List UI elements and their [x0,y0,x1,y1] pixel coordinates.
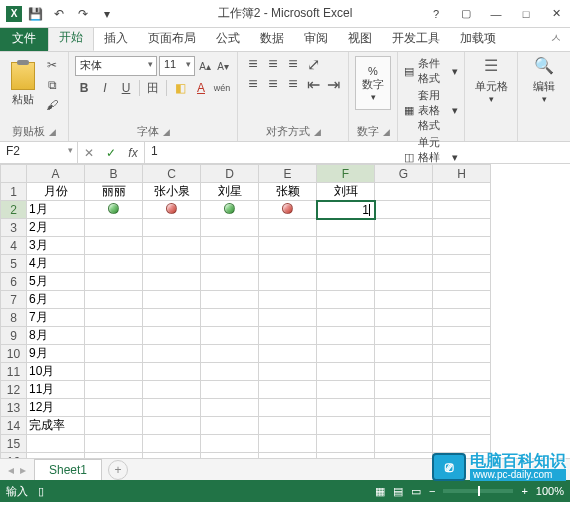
row-header-12[interactable]: 12 [1,381,27,399]
cell-B10[interactable] [85,345,143,363]
cell-H13[interactable] [433,399,491,417]
column-header-F[interactable]: F [317,165,375,183]
cell-H4[interactable] [433,237,491,255]
column-header-G[interactable]: G [375,165,433,183]
border-button[interactable]: 田 [144,79,162,97]
cell-B13[interactable] [85,399,143,417]
cell-F6[interactable] [317,273,375,291]
cell-D2[interactable] [201,201,259,219]
number-format-button[interactable]: % 数字 ▾ [355,56,391,110]
cut-button[interactable]: ✂ [42,56,62,74]
number-launcher[interactable]: ◢ [383,127,390,137]
cell-A11[interactable]: 10月 [27,363,85,381]
cell-E5[interactable] [259,255,317,273]
tab-formulas[interactable]: 公式 [206,26,250,51]
column-header-B[interactable]: B [85,165,143,183]
cell-B14[interactable] [85,417,143,435]
sheet-nav-prev[interactable]: ◂ [8,463,14,477]
zoom-in-button[interactable]: + [521,485,527,497]
cell-H9[interactable] [433,327,491,345]
font-color-button[interactable]: A [192,79,210,97]
cell-A3[interactable]: 2月 [27,219,85,237]
view-page-break-button[interactable]: ▭ [411,485,421,498]
row-header-3[interactable]: 3 [1,219,27,237]
cell-A15[interactable] [27,435,85,453]
align-right-button[interactable]: ≡ [284,76,302,92]
cell-A7[interactable]: 6月 [27,291,85,309]
column-header-C[interactable]: C [143,165,201,183]
cell-D5[interactable] [201,255,259,273]
row-header-14[interactable]: 14 [1,417,27,435]
cell-B8[interactable] [85,309,143,327]
cell-G13[interactable] [375,399,433,417]
cell-C5[interactable] [143,255,201,273]
cell-F12[interactable] [317,381,375,399]
tab-addins[interactable]: 加载项 [450,26,506,51]
cell-H8[interactable] [433,309,491,327]
cell-G3[interactable] [375,219,433,237]
cell-A10[interactable]: 9月 [27,345,85,363]
column-header-H[interactable]: H [433,165,491,183]
cell-E13[interactable] [259,399,317,417]
cell-H6[interactable] [433,273,491,291]
tab-insert[interactable]: 插入 [94,26,138,51]
cell-G4[interactable] [375,237,433,255]
cell-B7[interactable] [85,291,143,309]
cell-E8[interactable] [259,309,317,327]
cancel-entry-button[interactable]: ✕ [78,142,100,164]
cell-B9[interactable] [85,327,143,345]
font-launcher[interactable]: ◢ [163,127,170,137]
cell-B6[interactable] [85,273,143,291]
cell-E1[interactable]: 张颖 [259,183,317,201]
insert-function-button[interactable]: fx [122,142,144,164]
cell-H10[interactable] [433,345,491,363]
new-sheet-button[interactable]: + [108,460,128,480]
cell-G6[interactable] [375,273,433,291]
cell-C2[interactable] [143,201,201,219]
zoom-slider[interactable] [443,489,513,493]
cell-C15[interactable] [143,435,201,453]
tab-review[interactable]: 审阅 [294,26,338,51]
cell-C10[interactable] [143,345,201,363]
grow-font-button[interactable]: A▴ [197,56,213,76]
cell-E16[interactable] [259,453,317,459]
underline-button[interactable]: U [117,79,135,97]
row-header-4[interactable]: 4 [1,237,27,255]
cell-G16[interactable] [375,453,433,459]
alignment-launcher[interactable]: ◢ [314,127,321,137]
cell-G8[interactable] [375,309,433,327]
cell-D8[interactable] [201,309,259,327]
tab-home[interactable]: 开始 [48,24,94,51]
cell-E15[interactable] [259,435,317,453]
cell-G7[interactable] [375,291,433,309]
cell-F3[interactable] [317,219,375,237]
cell-D9[interactable] [201,327,259,345]
cell-C6[interactable] [143,273,201,291]
column-header-A[interactable]: A [27,165,85,183]
cell-F11[interactable] [317,363,375,381]
editing-button[interactable]: 🔍 编辑 ▾ [524,56,564,104]
cell-D10[interactable] [201,345,259,363]
redo-button[interactable]: ↷ [72,3,94,25]
zoom-level[interactable]: 100% [536,485,564,497]
tab-file[interactable]: 文件 [0,26,48,51]
cell-G9[interactable] [375,327,433,345]
cell-F7[interactable] [317,291,375,309]
cell-E14[interactable] [259,417,317,435]
cell-E12[interactable] [259,381,317,399]
cell-E9[interactable] [259,327,317,345]
align-top-button[interactable]: ≡ [244,56,262,72]
italic-button[interactable]: I [96,79,114,97]
select-all-button[interactable] [1,165,27,183]
row-header-11[interactable]: 11 [1,363,27,381]
collapse-ribbon-button[interactable]: ㅅ [542,26,570,51]
cell-A16[interactable] [27,453,85,459]
cell-A12[interactable]: 11月 [27,381,85,399]
cell-B5[interactable] [85,255,143,273]
row-header-7[interactable]: 7 [1,291,27,309]
cell-D1[interactable]: 刘星 [201,183,259,201]
cell-A9[interactable]: 8月 [27,327,85,345]
cell-F13[interactable] [317,399,375,417]
cell-C13[interactable] [143,399,201,417]
cell-F8[interactable] [317,309,375,327]
